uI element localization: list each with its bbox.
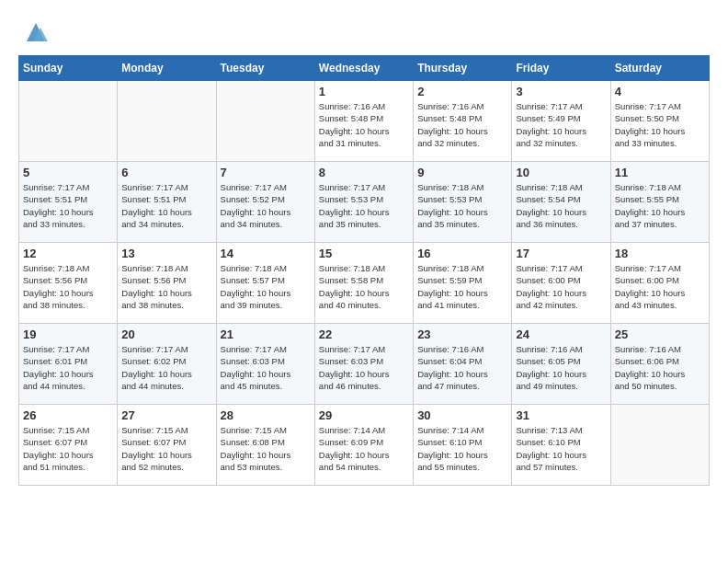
calendar-cell: 10Sunrise: 7:18 AM Sunset: 5:54 PM Dayli…	[512, 162, 610, 243]
header-tuesday: Tuesday	[216, 56, 314, 81]
day-number: 22	[319, 327, 409, 341]
day-number: 3	[516, 85, 606, 98]
header-sunday: Sunday	[19, 56, 118, 81]
calendar-cell: 17Sunrise: 7:17 AM Sunset: 6:00 PM Dayli…	[512, 243, 610, 324]
day-number: 1	[319, 85, 409, 98]
calendar-cell: 30Sunrise: 7:14 AM Sunset: 6:10 PM Dayli…	[414, 405, 512, 486]
day-number: 15	[319, 247, 409, 260]
calendar-table: SundayMondayTuesdayWednesdayThursdayFrid…	[18, 55, 710, 486]
header-friday: Friday	[512, 56, 610, 81]
calendar-cell: 24Sunrise: 7:16 AM Sunset: 6:05 PM Dayli…	[512, 324, 610, 405]
calendar-cell: 27Sunrise: 7:15 AM Sunset: 6:07 PM Dayli…	[118, 405, 216, 486]
day-number: 5	[23, 166, 113, 179]
day-info: Sunrise: 7:17 AM Sunset: 5:49 PM Dayligh…	[516, 100, 606, 149]
calendar-cell: 12Sunrise: 7:18 AM Sunset: 5:56 PM Dayli…	[19, 243, 118, 324]
day-info: Sunrise: 7:16 AM Sunset: 6:05 PM Dayligh…	[516, 343, 606, 392]
day-number: 30	[417, 408, 507, 422]
calendar-cell: 25Sunrise: 7:16 AM Sunset: 6:06 PM Dayli…	[610, 324, 709, 405]
day-info: Sunrise: 7:17 AM Sunset: 5:50 PM Dayligh…	[615, 100, 705, 149]
calendar-week-row: 19Sunrise: 7:17 AM Sunset: 6:01 PM Dayli…	[19, 324, 710, 405]
day-info: Sunrise: 7:18 AM Sunset: 5:53 PM Dayligh…	[417, 181, 507, 230]
calendar-cell: 11Sunrise: 7:18 AM Sunset: 5:55 PM Dayli…	[610, 162, 709, 243]
day-number: 26	[23, 408, 113, 422]
calendar-cell: 22Sunrise: 7:17 AM Sunset: 6:03 PM Dayli…	[314, 324, 413, 405]
day-info: Sunrise: 7:17 AM Sunset: 5:51 PM Dayligh…	[121, 181, 211, 230]
calendar-cell: 16Sunrise: 7:18 AM Sunset: 5:59 PM Dayli…	[414, 243, 512, 324]
day-number: 31	[516, 408, 606, 422]
calendar-week-row: 1Sunrise: 7:16 AM Sunset: 5:48 PM Daylig…	[19, 81, 710, 162]
day-info: Sunrise: 7:16 AM Sunset: 6:06 PM Dayligh…	[615, 343, 705, 392]
day-number: 8	[319, 166, 409, 179]
day-info: Sunrise: 7:16 AM Sunset: 6:04 PM Dayligh…	[417, 343, 507, 392]
calendar-cell: 6Sunrise: 7:17 AM Sunset: 5:51 PM Daylig…	[118, 162, 216, 243]
calendar-cell: 26Sunrise: 7:15 AM Sunset: 6:07 PM Dayli…	[19, 405, 118, 486]
day-number: 7	[221, 166, 311, 179]
header-thursday: Thursday	[414, 56, 512, 81]
calendar-cell	[118, 81, 216, 162]
day-info: Sunrise: 7:18 AM Sunset: 5:59 PM Dayligh…	[417, 262, 507, 311]
day-info: Sunrise: 7:18 AM Sunset: 5:56 PM Dayligh…	[23, 262, 113, 311]
calendar-cell: 14Sunrise: 7:18 AM Sunset: 5:57 PM Dayli…	[216, 243, 314, 324]
day-info: Sunrise: 7:16 AM Sunset: 5:48 PM Dayligh…	[417, 100, 507, 149]
day-info: Sunrise: 7:13 AM Sunset: 6:10 PM Dayligh…	[516, 424, 606, 473]
calendar-week-row: 12Sunrise: 7:18 AM Sunset: 5:56 PM Dayli…	[19, 243, 710, 324]
day-info: Sunrise: 7:17 AM Sunset: 6:02 PM Dayligh…	[121, 343, 211, 392]
day-info: Sunrise: 7:17 AM Sunset: 6:03 PM Dayligh…	[319, 343, 409, 392]
day-number: 4	[615, 85, 705, 98]
day-number: 18	[615, 247, 705, 260]
day-number: 27	[121, 408, 211, 422]
day-number: 11	[615, 166, 705, 179]
day-info: Sunrise: 7:18 AM Sunset: 5:57 PM Dayligh…	[221, 262, 311, 311]
day-number: 25	[615, 327, 705, 341]
calendar-cell: 31Sunrise: 7:13 AM Sunset: 6:10 PM Dayli…	[512, 405, 610, 486]
header-monday: Monday	[118, 56, 216, 81]
day-info: Sunrise: 7:16 AM Sunset: 5:48 PM Dayligh…	[319, 100, 409, 149]
calendar-cell: 20Sunrise: 7:17 AM Sunset: 6:02 PM Dayli…	[118, 324, 216, 405]
day-info: Sunrise: 7:18 AM Sunset: 5:54 PM Dayligh…	[516, 181, 606, 230]
day-number: 21	[221, 327, 311, 341]
calendar-week-row: 26Sunrise: 7:15 AM Sunset: 6:07 PM Dayli…	[19, 405, 710, 486]
day-info: Sunrise: 7:17 AM Sunset: 5:51 PM Dayligh…	[23, 181, 113, 230]
calendar-cell: 1Sunrise: 7:16 AM Sunset: 5:48 PM Daylig…	[314, 81, 413, 162]
calendar-cell: 19Sunrise: 7:17 AM Sunset: 6:01 PM Dayli…	[19, 324, 118, 405]
calendar-cell: 15Sunrise: 7:18 AM Sunset: 5:58 PM Dayli…	[314, 243, 413, 324]
calendar-week-row: 5Sunrise: 7:17 AM Sunset: 5:51 PM Daylig…	[19, 162, 710, 243]
calendar-cell: 4Sunrise: 7:17 AM Sunset: 5:50 PM Daylig…	[610, 81, 709, 162]
day-info: Sunrise: 7:14 AM Sunset: 6:10 PM Dayligh…	[417, 424, 507, 473]
day-info: Sunrise: 7:17 AM Sunset: 5:52 PM Dayligh…	[221, 181, 311, 230]
calendar-cell: 23Sunrise: 7:16 AM Sunset: 6:04 PM Dayli…	[414, 324, 512, 405]
logo	[18, 18, 50, 46]
header-wednesday: Wednesday	[314, 56, 413, 81]
day-info: Sunrise: 7:17 AM Sunset: 6:00 PM Dayligh…	[615, 262, 705, 311]
calendar-cell	[19, 81, 118, 162]
calendar-cell: 29Sunrise: 7:14 AM Sunset: 6:09 PM Dayli…	[314, 405, 413, 486]
calendar-cell: 13Sunrise: 7:18 AM Sunset: 5:56 PM Dayli…	[118, 243, 216, 324]
day-info: Sunrise: 7:17 AM Sunset: 6:00 PM Dayligh…	[516, 262, 606, 311]
day-number: 17	[516, 247, 606, 260]
calendar-cell: 21Sunrise: 7:17 AM Sunset: 6:03 PM Dayli…	[216, 324, 314, 405]
calendar-cell: 8Sunrise: 7:17 AM Sunset: 5:53 PM Daylig…	[314, 162, 413, 243]
calendar-cell: 28Sunrise: 7:15 AM Sunset: 6:08 PM Dayli…	[216, 405, 314, 486]
day-info: Sunrise: 7:15 AM Sunset: 6:08 PM Dayligh…	[221, 424, 311, 473]
calendar-cell: 7Sunrise: 7:17 AM Sunset: 5:52 PM Daylig…	[216, 162, 314, 243]
day-number: 20	[121, 327, 211, 341]
calendar-cell: 5Sunrise: 7:17 AM Sunset: 5:51 PM Daylig…	[19, 162, 118, 243]
calendar-cell	[610, 405, 709, 486]
day-number: 13	[121, 247, 211, 260]
day-number: 28	[221, 408, 311, 422]
header-saturday: Saturday	[610, 56, 709, 81]
page-header	[18, 18, 710, 46]
day-info: Sunrise: 7:15 AM Sunset: 6:07 PM Dayligh…	[23, 424, 113, 473]
day-info: Sunrise: 7:14 AM Sunset: 6:09 PM Dayligh…	[319, 424, 409, 473]
day-info: Sunrise: 7:18 AM Sunset: 5:58 PM Dayligh…	[319, 262, 409, 311]
day-info: Sunrise: 7:18 AM Sunset: 5:56 PM Dayligh…	[121, 262, 211, 311]
day-number: 9	[417, 166, 507, 179]
calendar-header-row: SundayMondayTuesdayWednesdayThursdayFrid…	[19, 56, 710, 81]
calendar-cell: 9Sunrise: 7:18 AM Sunset: 5:53 PM Daylig…	[414, 162, 512, 243]
day-info: Sunrise: 7:17 AM Sunset: 6:03 PM Dayligh…	[221, 343, 311, 392]
day-number: 16	[417, 247, 507, 260]
day-number: 24	[516, 327, 606, 341]
day-number: 19	[23, 327, 113, 341]
day-number: 2	[417, 85, 507, 98]
logo-icon	[22, 18, 50, 46]
